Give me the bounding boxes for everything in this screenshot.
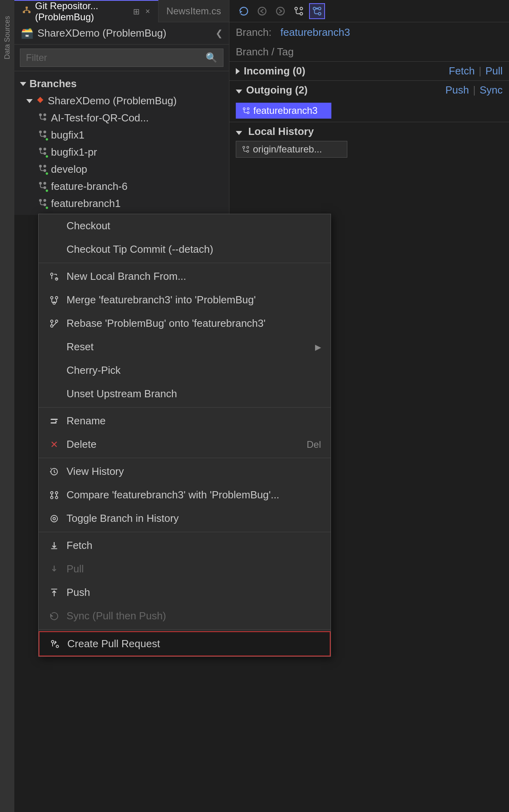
menu-checkout-label: Checkout <box>67 220 321 232</box>
menu-pull[interactable]: Pull <box>39 557 331 581</box>
reset-arrow-icon: ▶ <box>315 342 321 352</box>
branch-item-4[interactable]: ● feature-branch-6 <box>14 178 229 195</box>
rebase-icon <box>48 319 60 328</box>
svg-point-28 <box>300 12 303 15</box>
divider-3 <box>39 458 331 458</box>
merge-icon <box>48 295 60 305</box>
branch-item-0[interactable]: AI-Test-for-QR-Cod... <box>14 109 229 127</box>
branch-view-button[interactable] <box>309 3 325 19</box>
branch-icon-5: ● <box>38 197 47 210</box>
forward-button[interactable] <box>272 3 288 19</box>
fetch-icon <box>48 541 60 550</box>
repo-collapse-icon[interactable]: ❮ <box>215 28 223 39</box>
svg-point-56 <box>51 515 58 522</box>
branch-name-2: bugfix1-pr <box>51 146 97 158</box>
git-repo-icon <box>22 6 31 17</box>
fetch-button[interactable]: Fetch <box>449 65 475 77</box>
menu-push[interactable]: Push <box>39 581 331 604</box>
svg-point-37 <box>243 146 245 148</box>
branch-item-2[interactable]: ● bugfix1-pr <box>14 144 229 161</box>
menu-fetch[interactable]: Fetch <box>39 534 331 557</box>
svg-text:+: + <box>55 276 58 281</box>
menu-new-branch[interactable]: + New Local Branch From... <box>39 265 331 288</box>
branch-icon-4: ● <box>38 180 47 193</box>
sync-button[interactable]: Sync <box>480 84 503 96</box>
menu-rename[interactable]: Rename <box>39 409 331 433</box>
origin-chip-label: origin/featureb... <box>253 144 322 155</box>
menu-delete[interactable]: ✕ Delete Del <box>39 433 331 456</box>
svg-point-29 <box>300 7 303 10</box>
branch-chip[interactable]: featurebranch3 <box>236 103 331 119</box>
menu-toggle-branch-history-label: Toggle Branch in History <box>67 512 321 525</box>
origin-chip[interactable]: origin/featureb... <box>236 141 347 158</box>
right-panel: Branch: featurebranch3 Branch / Tag Inco… <box>229 0 509 215</box>
menu-new-branch-label: New Local Branch From... <box>67 270 321 283</box>
filter-input-container[interactable]: Filter 🔍 <box>20 49 223 67</box>
tab-newsitem[interactable]: NewsItem.cs <box>159 0 229 22</box>
branch-name-5: featurebranch1 <box>51 197 121 210</box>
menu-cherry-pick[interactable]: Cherry-Pick <box>39 359 331 382</box>
incoming-actions: Fetch | Pull <box>449 65 503 77</box>
svg-rect-2 <box>28 11 31 13</box>
incoming-row: Incoming (0) Fetch | Pull <box>229 62 509 81</box>
menu-checkout[interactable]: Checkout <box>39 214 331 238</box>
svg-point-8 <box>43 118 46 121</box>
svg-point-25 <box>258 7 266 15</box>
menu-merge[interactable]: Merge 'featurebranch3' into 'ProblemBug' <box>39 288 331 312</box>
compare-icon <box>48 490 60 500</box>
menu-rebase[interactable]: Rebase 'ProblemBug' onto 'featurebranch3… <box>39 312 331 335</box>
outgoing-row: Outgoing (2) Push | Sync <box>229 81 509 100</box>
pull-button[interactable]: Pull <box>486 65 503 77</box>
svg-point-24 <box>43 199 46 202</box>
delete-icon: ✕ <box>48 439 60 450</box>
branch-name-3: develop <box>51 163 87 176</box>
local-history-header: Local History <box>236 125 503 138</box>
branch-name-1: bugfix1 <box>51 129 84 141</box>
push-button[interactable]: Push <box>445 84 469 96</box>
repo-branch-expand-icon <box>26 99 33 103</box>
menu-unset-upstream-label: Unset Upstream Branch <box>67 388 321 400</box>
branch-item-5[interactable]: ● featurebranch1 <box>14 195 229 212</box>
menu-pull-label: Pull <box>67 563 321 575</box>
tab-git-repo-label: Git Repositor... (ProblemBug) <box>35 0 127 23</box>
repo-icon: 🗃️ <box>21 27 33 39</box>
tab-git-repo[interactable]: Git Repositor... (ProblemBug) ⊞ × <box>14 0 159 22</box>
menu-checkout-tip[interactable]: Checkout Tip Commit (--detach) <box>39 238 331 261</box>
menu-compare[interactable]: Compare 'featurebranch3' with 'ProblemBu… <box>39 483 331 507</box>
search-icon: 🔍 <box>206 52 217 63</box>
svg-point-22 <box>39 199 42 202</box>
branch-graph-button[interactable] <box>291 3 307 19</box>
toggle-icon <box>48 514 60 523</box>
svg-point-57 <box>53 517 55 520</box>
menu-create-pr[interactable]: Create Pull Request <box>39 631 331 656</box>
tab-close-icon[interactable]: × <box>145 7 150 16</box>
menu-unset-upstream[interactable]: Unset Upstream Branch <box>39 382 331 406</box>
branches-header[interactable]: Branches <box>14 75 229 92</box>
svg-point-53 <box>55 492 58 494</box>
branch-item-3[interactable]: ● develop <box>14 161 229 178</box>
context-menu: Checkout Checkout Tip Commit (--detach) … <box>38 214 331 657</box>
menu-merge-label: Merge 'featurebranch3' into 'ProblemBug' <box>67 294 321 306</box>
refresh-button[interactable] <box>236 3 252 19</box>
menu-view-history[interactable]: View History <box>39 460 331 483</box>
menu-fetch-label: Fetch <box>67 539 321 552</box>
local-history-expand-icon <box>236 131 242 135</box>
svg-point-30 <box>313 7 316 10</box>
branch-icon-1: ● <box>38 129 47 141</box>
back-button[interactable] <box>254 3 270 19</box>
svg-point-34 <box>243 108 245 110</box>
branch-item-1[interactable]: ● bugfix1 <box>14 127 229 144</box>
svg-point-15 <box>43 148 46 150</box>
menu-sync[interactable]: Sync (Pull then Push) <box>39 604 331 628</box>
repo-branch-header[interactable]: ShareXDemo (ProblemBug) <box>14 92 229 109</box>
menu-reset[interactable]: Reset ▶ <box>39 335 331 359</box>
svg-point-38 <box>247 150 249 152</box>
sync-icon <box>48 611 60 621</box>
menu-toggle-branch-history[interactable]: Toggle Branch in History <box>39 507 331 530</box>
svg-point-12 <box>43 131 46 133</box>
repo-header[interactable]: 🗃️ ShareXDemo (ProblemBug) ❮ <box>14 22 229 45</box>
svg-rect-6 <box>37 97 43 103</box>
outgoing-expand-icon <box>236 84 242 96</box>
menu-rebase-label: Rebase 'ProblemBug' onto 'featurebranch3… <box>67 317 321 330</box>
branch-icon-3: ● <box>38 163 47 176</box>
